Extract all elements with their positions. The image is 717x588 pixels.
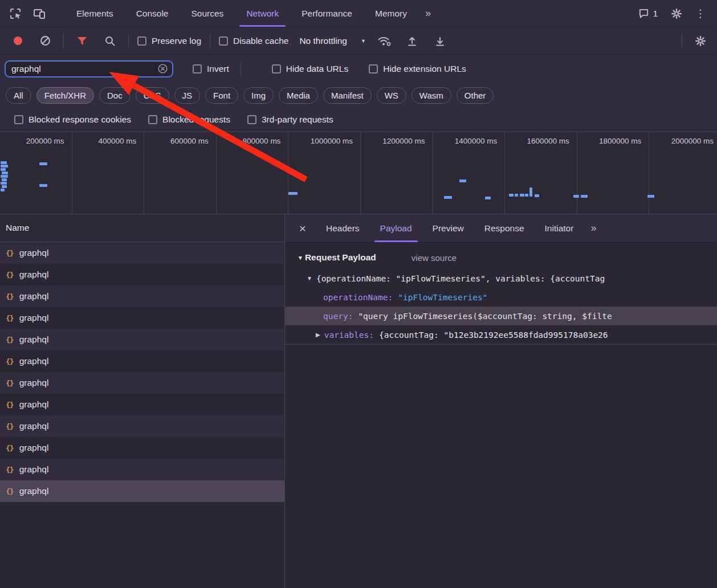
upload-icon [406,35,418,47]
tab-performance[interactable]: Performance [290,0,364,27]
issues-button[interactable]: 1 [632,8,665,19]
fetch-xhr-icon: {} [6,292,14,301]
device-toolbar-button[interactable] [27,2,51,26]
more-panels-icon[interactable]: » [418,0,438,27]
waterfall-bar [535,194,539,197]
devtools-settings-button[interactable] [665,2,689,26]
network-conditions-button[interactable] [374,31,394,51]
table-row[interactable]: {} graphql [0,350,284,372]
blocked-requests-checkbox[interactable] [148,115,157,124]
view-source-link[interactable]: view source [412,253,457,263]
table-row[interactable]: {} graphql [0,415,284,437]
expand-triangle-icon[interactable]: ▶ [316,332,320,338]
filter-chip-fetch-xhr[interactable]: Fetch/XHR [36,87,94,104]
filter-chip-doc[interactable]: Doc [99,87,131,104]
waterfall-bar [1,175,8,178]
tab-preview[interactable]: Preview [422,214,474,242]
network-settings-button[interactable] [691,31,710,51]
invert-label: Invert [207,64,229,74]
close-details-button[interactable]: × [292,218,313,239]
filter-input[interactable] [11,64,158,74]
hide-data-urls-checkbox[interactable] [272,64,281,74]
more-detail-tabs-icon[interactable]: » [584,222,603,234]
filter-chip-wasm[interactable]: Wasm [412,87,451,104]
fetch-xhr-icon: {} [6,466,14,474]
toolbar-divider [682,34,682,48]
tab-payload[interactable]: Payload [370,214,422,242]
filter-toggle-button[interactable] [72,31,92,51]
tab-response[interactable]: Response [474,214,535,242]
timeline-tick-label: 800000 ms [243,137,281,145]
table-row[interactable]: {} graphql [0,394,284,415]
record-button[interactable] [14,36,22,45]
payload-row-query-selected[interactable]: query: "query ipFlowTimeseries($accountT… [285,307,717,325]
filter-chip-all[interactable]: All [6,87,31,104]
collapse-section-icon[interactable]: ▼ [298,255,303,261]
disable-cache-checkbox[interactable] [219,36,228,46]
table-row[interactable]: {} graphql [0,307,284,329]
blocked-response-cookies-checkbox[interactable] [14,115,23,124]
hide-extension-urls-checkbox[interactable] [369,64,378,74]
payload-row-operationname[interactable]: operationName: "ipFlowTimeseries" [285,288,717,307]
gear-icon [695,35,706,47]
waterfall-bar [1,165,8,168]
filter-chip-ws[interactable]: WS [377,87,406,104]
requests-panel: Name {} graphql {} graphql {} graphql {}… [0,214,285,588]
tab-console[interactable]: Console [125,0,180,27]
details-tabbar: × Headers Payload Preview Response Initi… [285,214,717,243]
customize-menu-button[interactable]: ⋮ [689,2,712,26]
invert-checkbox[interactable] [193,64,202,74]
filter-chip-font[interactable]: Font [205,87,238,104]
filter-chip-media[interactable]: Media [279,87,318,104]
filter-chip-js[interactable]: JS [174,87,201,104]
table-row[interactable]: {} graphql [0,264,284,285]
name-column-header[interactable]: Name [0,214,284,242]
collapse-triangle-icon[interactable]: ▼ [307,275,312,281]
filter-chip-other[interactable]: Other [457,87,494,104]
export-har-button[interactable] [430,31,450,51]
json-key: variables: [324,330,374,340]
payload-row-variables[interactable]: ▶ variables: {accountTag: "b12e3b2192ee5… [285,325,717,344]
table-row[interactable]: {} graphql [0,242,284,264]
tab-memory[interactable]: Memory [364,0,418,27]
payload-root-row[interactable]: ▼ {operationName: "ipFlowTimeseries", va… [285,269,717,288]
tab-headers[interactable]: Headers [316,214,370,242]
third-party-requests-checkbox[interactable] [247,115,256,124]
filter-funnel-icon [77,36,87,46]
blocked-requests-label: Blocked requests [162,115,230,125]
disable-cache-group: Disable cache [219,36,288,46]
table-row[interactable]: {} graphql [0,285,284,307]
waterfall-bar [529,187,532,197]
waterfall-bar [1,161,7,164]
import-har-button[interactable] [402,31,422,51]
table-row[interactable]: {} graphql [0,437,284,459]
preserve-log-checkbox[interactable] [137,36,146,46]
filter-chip-css[interactable]: CSS [136,87,169,104]
json-value: "ipFlowTimeseries" [398,293,487,302]
timeline-tick-label: 1600000 ms [527,137,569,145]
fetch-xhr-icon: {} [6,314,14,322]
tab-network[interactable]: Network [235,0,290,27]
table-row-selected[interactable]: {} graphql [0,480,284,502]
table-row[interactable]: {} graphql [0,372,284,394]
filter-row: Invert Hide data URLs Hide extension URL… [0,55,717,83]
filter-input-container [5,60,173,77]
blocked-response-cookies-label: Blocked response cookies [28,115,131,125]
search-button[interactable] [100,31,120,51]
inspect-element-button[interactable] [3,2,27,26]
tab-initiator[interactable]: Initiator [535,214,584,242]
clear-filter-icon[interactable] [158,64,168,74]
table-row[interactable]: {} graphql [0,329,284,350]
network-toolbar: Preserve log Disable cache No throttling… [0,27,717,55]
waterfall-bar [2,185,7,188]
filter-chip-img[interactable]: Img [243,87,274,104]
filter-chip-manifest[interactable]: Manifest [323,87,372,104]
overview-timeline[interactable]: 200000 ms 400000 ms 600000 ms 800000 ms … [0,132,717,214]
table-row[interactable]: {} graphql [0,459,284,480]
tab-sources[interactable]: Sources [180,0,235,27]
clear-network-log-button[interactable] [35,31,55,51]
throttling-select[interactable]: No throttling ▼ [299,36,366,46]
timeline-tick-label: 600000 ms [170,137,209,145]
timeline-tick-label: 1800000 ms [599,137,641,145]
tab-elements[interactable]: Elements [65,0,125,27]
